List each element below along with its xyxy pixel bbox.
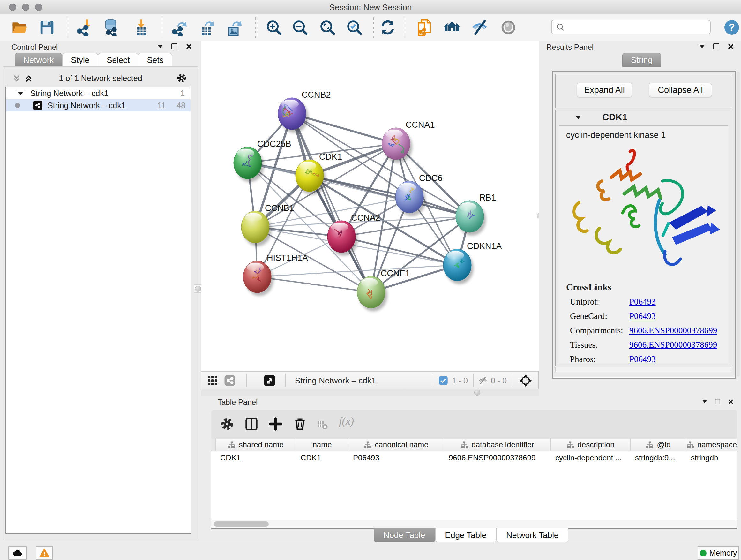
network-node-cdc25b[interactable]: CDC25B (233, 139, 291, 182)
crosslink-link[interactable]: P06493 (629, 354, 656, 364)
network-options-gear-icon[interactable] (177, 73, 187, 83)
zoom-out-icon[interactable] (291, 19, 309, 36)
column-header-canonical-name[interactable]: canonical name (348, 439, 444, 451)
column-type-icon (566, 441, 574, 449)
save-session-icon[interactable] (38, 19, 56, 36)
panel-collapse-icon[interactable] (157, 45, 163, 48)
memory-button[interactable]: Memory (697, 546, 739, 560)
collapse-all-button[interactable]: Collapse All (649, 83, 712, 98)
zoom-selected-icon[interactable] (346, 19, 363, 36)
network-node-ccna1[interactable]: CCNA1 (382, 120, 435, 163)
results-hscrollbar[interactable] (555, 367, 731, 372)
zoom-fit-icon[interactable] (319, 19, 336, 36)
network-node-cdk1[interactable]: CDK1 (295, 152, 342, 195)
panel-float-icon[interactable] (713, 44, 719, 50)
tab-sets[interactable]: Sets (138, 53, 172, 67)
hide-panel-icon[interactable] (471, 19, 488, 36)
column-type-icon (228, 441, 235, 449)
panel-splitter-handle[interactable] (194, 285, 202, 293)
search-input[interactable] (551, 20, 711, 35)
crosslink-link[interactable]: P06493 (629, 297, 656, 307)
table-header-row: shared namenamecanonical namedatabase id… (211, 439, 737, 451)
network-node-rb1[interactable]: RB1 (456, 193, 496, 236)
tab-select[interactable]: Select (98, 53, 138, 67)
network-collection-row[interactable]: String Network – cdk1 1 (6, 87, 191, 99)
show-columns-icon[interactable] (245, 417, 259, 431)
selected-checkbox-icon[interactable] (439, 376, 448, 385)
tab-network-table[interactable]: Network Table (496, 528, 568, 543)
open-session-file-icon[interactable] (416, 19, 433, 36)
network-node-ccnb1[interactable]: CCNB1 (241, 203, 294, 246)
hidden-eye-icon[interactable] (478, 376, 488, 385)
crosslink-row: GeneCard:P06493 (570, 311, 728, 321)
network-node-ccne1[interactable]: CCNE1 (357, 268, 410, 311)
collection-expand-icon[interactable] (17, 91, 23, 95)
panel-close-icon[interactable] (728, 44, 733, 50)
node-label: CCNA1 (406, 120, 435, 130)
import-table-icon[interactable] (131, 19, 149, 36)
results-vscrollbar[interactable] (737, 71, 740, 377)
view-toolbar-separator (473, 374, 474, 387)
warning-button[interactable] (36, 546, 53, 560)
panel-collapse-icon[interactable] (702, 400, 707, 403)
toolbar-separator (405, 17, 405, 38)
add-column-icon[interactable] (269, 417, 283, 431)
panel-close-icon[interactable] (186, 44, 192, 50)
import-network-from-database-icon[interactable] (103, 19, 120, 36)
column-header-description[interactable]: description (551, 439, 630, 451)
column-header-namespace[interactable]: namespace (686, 439, 737, 451)
panel-close-icon[interactable] (728, 399, 733, 404)
protein-details: cyclin-dependent kinase 1 (559, 125, 728, 363)
grid-view-icon[interactable] (207, 375, 218, 386)
open-session-icon[interactable] (11, 19, 28, 36)
network-canvas[interactable]: CCNB2CCNA1CDC25BCDK1CDC6RB1CCNB1CCNA2CDK… (201, 41, 539, 371)
protein-collapse-icon[interactable] (576, 116, 581, 119)
table-row[interactable]: CDK1CDK1P064939606.ENSP00000378699cyclin… (211, 451, 737, 464)
table-cell: P06493 (348, 453, 444, 462)
tab-network[interactable]: Network (15, 53, 62, 67)
home-networks-icon[interactable] (443, 19, 461, 36)
export-image-icon[interactable] (226, 19, 244, 36)
crosslink-link[interactable]: 9606.ENSP00000378699 (629, 326, 717, 335)
crosslink-label: Tissues: (570, 340, 629, 350)
network-edge[interactable] (292, 114, 371, 292)
tab-edge-table[interactable]: Edge Table (435, 528, 496, 543)
import-network-icon[interactable] (77, 19, 94, 36)
panel-float-icon[interactable] (172, 44, 178, 50)
export-network-icon[interactable] (172, 19, 190, 36)
expand-all-button[interactable]: Expand All (577, 83, 632, 98)
network-node-cdc6[interactable]: CDC6 (395, 173, 443, 216)
show-panel-icon[interactable] (500, 19, 517, 36)
refresh-view-icon[interactable] (379, 19, 396, 36)
panel-float-icon[interactable] (715, 399, 720, 404)
network-edge[interactable] (257, 277, 371, 292)
network-node-cdkn1a[interactable]: CDKN1A (443, 241, 502, 284)
column-label: canonical name (375, 440, 428, 449)
network-node-ccnb2[interactable]: CCNB2 (278, 90, 331, 133)
help-icon[interactable]: ? (724, 19, 741, 37)
protein-section-header[interactable]: CDK1 (556, 110, 731, 124)
table-options-gear-icon[interactable] (220, 417, 234, 431)
crosslink-link[interactable]: 9606.ENSP00000378699 (629, 340, 717, 350)
crosslink-link[interactable]: P06493 (629, 311, 656, 321)
zoom-in-icon[interactable] (265, 19, 282, 36)
network-share-view-icon[interactable] (224, 375, 235, 386)
birdseye-navigator-icon[interactable] (519, 374, 532, 387)
table-tabs: Node TableEdge TableNetwork Table (201, 528, 741, 543)
column-header-@id[interactable]: @id (630, 439, 686, 451)
export-table-icon[interactable] (199, 19, 216, 36)
column-label: @id (657, 440, 670, 449)
column-header-database-identifier[interactable]: database identifier (444, 439, 551, 451)
delete-column-icon[interactable] (293, 417, 307, 431)
column-header-name[interactable]: name (296, 439, 348, 451)
window-title: Session: New Session (0, 3, 741, 12)
tab-style[interactable]: Style (62, 53, 98, 67)
panel-collapse-icon[interactable] (699, 45, 705, 48)
tab-string[interactable]: String (622, 53, 661, 67)
tab-node-table[interactable]: Node Table (374, 528, 435, 543)
network-row[interactable]: String Network – cdk1 11 48 (6, 99, 191, 111)
cloud-button[interactable] (8, 546, 27, 560)
column-header-shared-name[interactable]: shared name (216, 439, 296, 451)
table-hscroll-thumb[interactable] (214, 521, 269, 527)
detach-view-icon[interactable] (264, 374, 276, 387)
